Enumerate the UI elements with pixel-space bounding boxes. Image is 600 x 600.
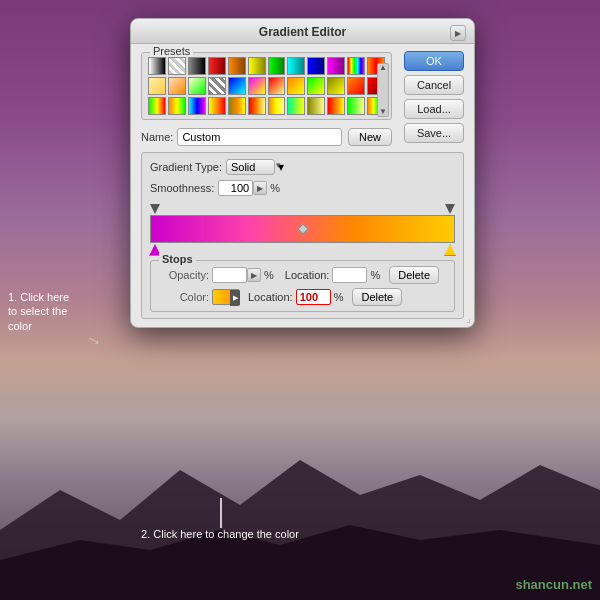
opacity-location-percent: % <box>370 269 380 281</box>
gradient-type-select-wrap[interactable]: Solid Noise ▾ <box>226 159 284 175</box>
stops-legend: Stops <box>159 253 196 265</box>
top-stops-row <box>150 204 455 214</box>
dialog-titlebar: Gradient Editor ▶ <box>131 19 474 44</box>
save-button[interactable]: Save... <box>404 123 464 143</box>
cancel-button[interactable]: Cancel <box>404 75 464 95</box>
swatch[interactable] <box>148 97 166 115</box>
swatch[interactable] <box>228 77 246 95</box>
new-button[interactable]: New <box>348 128 392 146</box>
color-swatch-arrow[interactable]: ▶ <box>230 290 240 306</box>
opacity-percent: % <box>264 269 274 281</box>
swatch[interactable] <box>327 77 345 95</box>
swatch[interactable] <box>307 57 325 75</box>
color-swatch-button[interactable]: ▶ <box>212 289 240 305</box>
color-stop-right[interactable] <box>444 244 456 256</box>
color-stop-row: Color: ▶ Location: % Delete <box>159 288 446 306</box>
swatches-grid <box>148 57 385 115</box>
presets-scrollbar[interactable]: ▲ ▼ <box>377 63 389 117</box>
gradient-midpoint-diamond[interactable] <box>297 223 308 234</box>
swatches-row-1 <box>148 57 385 75</box>
swatch[interactable] <box>248 77 266 95</box>
smoothness-percent: % <box>270 182 280 194</box>
opacity-delete-button[interactable]: Delete <box>389 266 439 284</box>
smoothness-label: Smoothness: <box>150 182 214 194</box>
opacity-location-label: Location: <box>285 269 330 281</box>
swatch[interactable] <box>327 57 345 75</box>
swatches-row-2 <box>148 77 385 95</box>
presets-label: Presets <box>150 45 193 57</box>
swatch[interactable] <box>168 77 186 95</box>
annotation-1-text: 1. Click here to select the color <box>8 290 88 333</box>
scroll-up-arrow[interactable]: ▲ <box>379 64 387 72</box>
color-swatch-container: ▶ <box>212 289 240 305</box>
swatch[interactable] <box>228 97 246 115</box>
load-button[interactable]: Load... <box>404 99 464 119</box>
gradient-bar-area <box>150 204 455 254</box>
swatch[interactable] <box>208 97 226 115</box>
swatch[interactable] <box>248 57 266 75</box>
swatch[interactable] <box>347 77 365 95</box>
opacity-stepper[interactable]: ▶ <box>247 268 261 282</box>
swatch[interactable] <box>268 97 286 115</box>
swatch[interactable] <box>148 57 166 75</box>
opacity-location-input[interactable] <box>332 267 367 283</box>
swatch[interactable] <box>228 57 246 75</box>
bottom-stops-row <box>150 244 455 254</box>
swatch[interactable] <box>347 97 365 115</box>
top-stop-left[interactable] <box>150 204 160 214</box>
swatch[interactable] <box>268 77 286 95</box>
swatch[interactable] <box>148 77 166 95</box>
top-stop-right[interactable] <box>445 204 455 214</box>
swatch[interactable] <box>287 97 305 115</box>
swatch[interactable] <box>168 97 186 115</box>
opacity-stop-row: Opacity: ▶ % Location: % Delete <box>159 266 446 284</box>
annotation-2-text: 2. Click here to change the color <box>120 498 320 540</box>
swatch[interactable] <box>307 97 325 115</box>
gradient-editor-dialog: Gradient Editor ▶ OK Cancel Load... Save… <box>130 18 475 328</box>
color-location-label: Location: <box>248 291 293 303</box>
smoothness-stepper[interactable]: ▶ <box>253 181 267 195</box>
color-location-input[interactable] <box>296 289 331 305</box>
opacity-input[interactable] <box>212 267 247 283</box>
swatch[interactable] <box>248 97 266 115</box>
resize-handle[interactable]: ⌟ <box>466 313 471 324</box>
smoothness-row: Smoothness: ▶ % <box>150 180 455 196</box>
swatches-row-3 <box>148 97 385 115</box>
play-button[interactable]: ▶ <box>450 25 466 41</box>
swatch[interactable] <box>307 77 325 95</box>
stops-group: Stops Opacity: ▶ % Location: % Delete Co… <box>150 260 455 312</box>
swatch[interactable] <box>268 57 286 75</box>
watermark: shancun.net <box>515 577 592 592</box>
type-row: Gradient Type: Solid Noise ▾ <box>150 159 455 175</box>
swatch[interactable] <box>347 57 365 75</box>
gradient-settings-group: Gradient Type: Solid Noise ▾ Smoothness:… <box>141 152 464 319</box>
dialog-title: Gradient Editor <box>259 25 346 39</box>
swatch[interactable] <box>168 57 186 75</box>
dialog-action-buttons: OK Cancel Load... Save... <box>404 51 464 143</box>
swatch[interactable] <box>287 77 305 95</box>
color-location-percent: % <box>334 291 344 303</box>
swatch[interactable] <box>208 57 226 75</box>
swatch[interactable] <box>287 57 305 75</box>
scroll-down-arrow[interactable]: ▼ <box>379 108 387 116</box>
color-delete-button[interactable]: Delete <box>352 288 402 306</box>
swatch[interactable] <box>327 97 345 115</box>
presets-group: Presets <box>141 52 392 120</box>
name-row: Name: New <box>141 128 392 146</box>
gradient-type-select[interactable]: Solid Noise <box>226 159 275 175</box>
gradient-bar[interactable] <box>150 215 455 243</box>
name-input[interactable] <box>177 128 342 146</box>
swatch[interactable] <box>188 57 206 75</box>
name-label: Name: <box>141 131 173 143</box>
gradient-type-label: Gradient Type: <box>150 161 222 173</box>
color-label: Color: <box>159 291 209 303</box>
swatch[interactable] <box>208 77 226 95</box>
ok-button[interactable]: OK <box>404 51 464 71</box>
swatch[interactable] <box>188 97 206 115</box>
opacity-label: Opacity: <box>159 269 209 281</box>
swatch[interactable] <box>188 77 206 95</box>
smoothness-input[interactable] <box>218 180 253 196</box>
